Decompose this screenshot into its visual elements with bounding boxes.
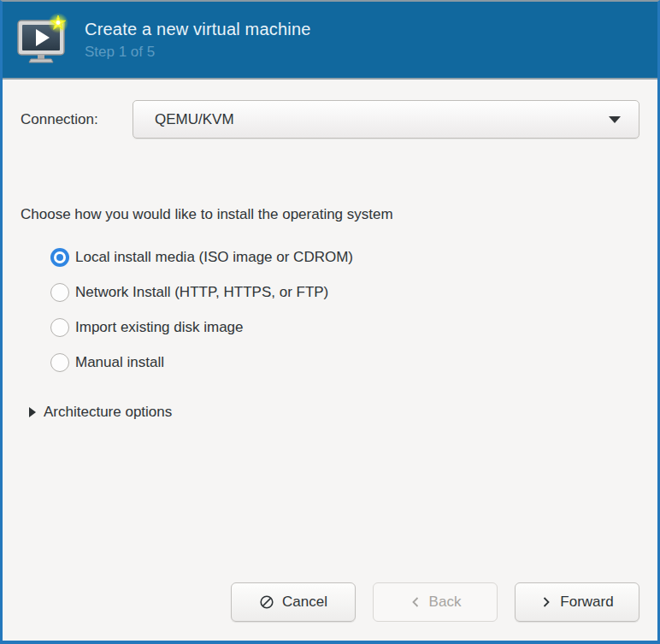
install-method-prompt: Choose how you would like to install the… (21, 206, 639, 223)
radio-option-label: Manual install (75, 354, 164, 371)
radio-option-manual-install[interactable]: Manual install (21, 345, 639, 380)
chevron-down-icon (609, 116, 621, 123)
radio-button-icon[interactable] (50, 318, 69, 337)
connection-dropdown[interactable]: QEMU/KVM (133, 100, 639, 139)
radio-option-import-disk[interactable]: Import existing disk image (21, 310, 639, 345)
radio-option-local-install[interactable]: Local install media (ISO image or CDROM) (21, 239, 639, 275)
radio-button-icon[interactable] (50, 283, 69, 302)
dialog-header: Create a new virtual machine Step 1 of 5 (3, 2, 657, 80)
page-title: Create a new virtual machine (85, 20, 311, 39)
back-button-label: Back (429, 594, 462, 611)
radio-button-icon[interactable] (50, 353, 69, 372)
virtual-machine-icon (14, 13, 68, 68)
radio-option-label: Network Install (HTTP, HTTPS, or FTP) (75, 284, 328, 301)
connection-dropdown-value: QEMU/KVM (155, 111, 609, 128)
radio-option-label: Import existing disk image (75, 319, 244, 336)
dialog-button-row: Cancel Back Forward (21, 582, 639, 622)
cancel-button-label: Cancel (282, 594, 327, 611)
connection-label: Connection: (21, 111, 133, 128)
forward-button-label: Forward (560, 594, 613, 611)
dialog-body: Connection: QEMU/KVM Choose how you woul… (3, 80, 657, 641)
create-vm-dialog: Create a new virtual machine Step 1 of 5… (0, 0, 660, 644)
radio-option-label: Local install media (ISO image or CDROM) (75, 249, 353, 266)
chevron-right-icon (540, 595, 552, 609)
install-method-options: Local install media (ISO image or CDROM)… (21, 239, 639, 380)
back-button[interactable]: Back (373, 582, 498, 622)
forward-button[interactable]: Forward (515, 582, 639, 622)
connection-row: Connection: QEMU/KVM (21, 100, 639, 139)
dialog-titles: Create a new virtual machine Step 1 of 5 (85, 20, 311, 61)
radio-option-network-install[interactable]: Network Install (HTTP, HTTPS, or FTP) (21, 275, 639, 310)
radio-button-icon[interactable] (50, 248, 69, 267)
chevron-left-icon (410, 595, 421, 609)
cancel-button[interactable]: Cancel (231, 582, 356, 622)
expander-triangle-icon (29, 407, 36, 417)
expander-label: Architecture options (44, 404, 172, 421)
step-indicator: Step 1 of 5 (85, 44, 311, 61)
architecture-options-expander[interactable]: Architecture options (29, 404, 639, 421)
cancel-slash-circle-icon (259, 594, 274, 610)
